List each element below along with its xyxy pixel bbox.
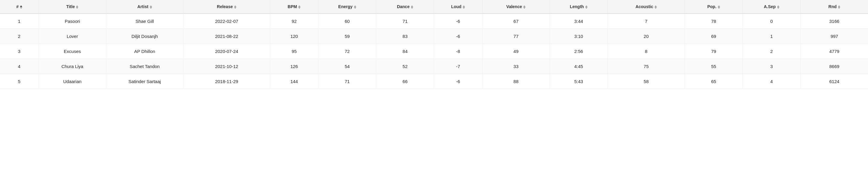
column-label-acoustic: Acoustic <box>636 4 653 9</box>
cell-asep-row3: 2 <box>743 44 801 59</box>
cell-asep-row5: 4 <box>743 74 801 89</box>
cell-rnd-row3: 4779 <box>801 44 868 59</box>
sort-down-artist <box>150 7 152 9</box>
sort-down-bpm <box>298 7 301 9</box>
cell-valence-row3: 49 <box>482 44 550 59</box>
cell-energy-row5: 71 <box>318 74 376 89</box>
column-label-rnd: Rnd <box>829 4 837 9</box>
cell-title-row3: Excuses <box>38 44 106 59</box>
cell-release-row1: 2022-02-07 <box>183 13 270 29</box>
cell-energy-row3: 72 <box>318 44 376 59</box>
table-row[interactable]: 4Chura LiyaSachet Tandon2021-10-12126545… <box>0 59 868 74</box>
cell-bpm-row2: 120 <box>270 29 318 44</box>
cell-acoustic-row3: 8 <box>608 44 685 59</box>
sort-up-length <box>585 5 588 7</box>
sort-icons-loud <box>463 5 465 9</box>
cell-bpm-row4: 126 <box>270 59 318 74</box>
sort-icons-energy <box>354 5 356 9</box>
cell-rnd-row4: 8669 <box>801 59 868 74</box>
cell-pop-row5: 65 <box>685 74 743 89</box>
table-header-row: #TitleArtistReleaseBPMEnergyDanceLoudVal… <box>0 0 868 13</box>
column-header-release[interactable]: Release <box>183 0 270 13</box>
cell-length-row4: 4:45 <box>550 59 608 74</box>
cell-dance-row5: 66 <box>376 74 434 89</box>
sort-down-release <box>234 7 237 9</box>
table-row[interactable]: 1PasooriShae Gill2022-02-07926071-6673:4… <box>0 13 868 29</box>
column-header-valence[interactable]: Valence <box>482 0 550 13</box>
cell-title-row4: Chura Liya <box>38 59 106 74</box>
cell-energy-row1: 60 <box>318 13 376 29</box>
cell-length-row3: 2:56 <box>550 44 608 59</box>
column-header-pop[interactable]: Pop. <box>685 0 743 13</box>
cell-length-row2: 3:10 <box>550 29 608 44</box>
data-table: #TitleArtistReleaseBPMEnergyDanceLoudVal… <box>0 0 868 89</box>
sort-down-dance <box>411 7 413 9</box>
cell-title-row5: Udaarian <box>38 74 106 89</box>
cell-length-row5: 5:43 <box>550 74 608 89</box>
cell-valence-row4: 33 <box>482 59 550 74</box>
sort-icons-pop <box>718 5 720 9</box>
column-header-asep[interactable]: A.Sep <box>743 0 801 13</box>
column-header-num[interactable]: # <box>0 0 38 13</box>
column-label-num: # <box>16 4 19 9</box>
column-header-bpm[interactable]: BPM <box>270 0 318 13</box>
table-row[interactable]: 2LoverDiljit Dosanjh2021-08-221205983-67… <box>0 29 868 44</box>
sort-icons-rnd <box>838 5 840 9</box>
sort-icons-title <box>76 5 78 9</box>
column-header-length[interactable]: Length <box>550 0 608 13</box>
column-label-asep: A.Sep <box>764 4 776 9</box>
cell-acoustic-row4: 75 <box>608 59 685 74</box>
sort-up-title <box>76 5 78 7</box>
sort-icons-valence <box>523 5 526 9</box>
cell-loud-row4: -7 <box>434 59 482 74</box>
sort-up-rnd <box>838 5 840 7</box>
column-label-loud: Loud <box>451 4 461 9</box>
column-label-title: Title <box>66 4 75 9</box>
cell-num-row2: 2 <box>0 29 38 44</box>
cell-valence-row2: 77 <box>482 29 550 44</box>
sort-up-dance <box>411 5 413 7</box>
column-label-valence: Valence <box>506 4 522 9</box>
column-label-energy: Energy <box>338 4 352 9</box>
cell-asep-row2: 1 <box>743 29 801 44</box>
sort-down-length <box>585 7 588 9</box>
cell-loud-row5: -6 <box>434 74 482 89</box>
table-row[interactable]: 3ExcusesAP Dhillon2020-07-24957284-8492:… <box>0 44 868 59</box>
cell-pop-row4: 55 <box>685 59 743 74</box>
cell-release-row2: 2021-08-22 <box>183 29 270 44</box>
column-label-dance: Dance <box>397 4 410 9</box>
column-header-title[interactable]: Title <box>38 0 106 13</box>
column-header-artist[interactable]: Artist <box>106 0 183 13</box>
sort-icons-length <box>585 5 588 9</box>
cell-rnd-row2: 997 <box>801 29 868 44</box>
column-header-acoustic[interactable]: Acoustic <box>608 0 685 13</box>
sort-icons-release <box>234 5 237 9</box>
cell-acoustic-row1: 7 <box>608 13 685 29</box>
cell-release-row3: 2020-07-24 <box>183 44 270 59</box>
sort-down-num <box>20 7 22 9</box>
cell-energy-row4: 54 <box>318 59 376 74</box>
cell-pop-row2: 69 <box>685 29 743 44</box>
cell-release-row4: 2021-10-12 <box>183 59 270 74</box>
cell-artist-row1: Shae Gill <box>106 13 183 29</box>
cell-num-row4: 4 <box>0 59 38 74</box>
cell-loud-row3: -8 <box>434 44 482 59</box>
sort-up-bpm <box>298 5 301 7</box>
column-header-loud[interactable]: Loud <box>434 0 482 13</box>
cell-artist-row2: Diljit Dosanjh <box>106 29 183 44</box>
sort-down-pop <box>718 7 720 9</box>
cell-rnd-row1: 3166 <box>801 13 868 29</box>
sort-down-title <box>76 7 78 9</box>
sort-up-release <box>234 5 237 7</box>
column-header-rnd[interactable]: Rnd <box>801 0 868 13</box>
column-label-bpm: BPM <box>288 4 297 9</box>
table-row[interactable]: 5UdaarianSatinder Sartaaj2018-11-2914471… <box>0 74 868 89</box>
column-header-dance[interactable]: Dance <box>376 0 434 13</box>
cell-num-row5: 5 <box>0 74 38 89</box>
sort-up-loud <box>463 5 465 7</box>
sort-down-energy <box>354 7 356 9</box>
column-label-release: Release <box>217 4 233 9</box>
column-header-energy[interactable]: Energy <box>318 0 376 13</box>
cell-bpm-row5: 144 <box>270 74 318 89</box>
sort-up-artist <box>150 5 152 7</box>
